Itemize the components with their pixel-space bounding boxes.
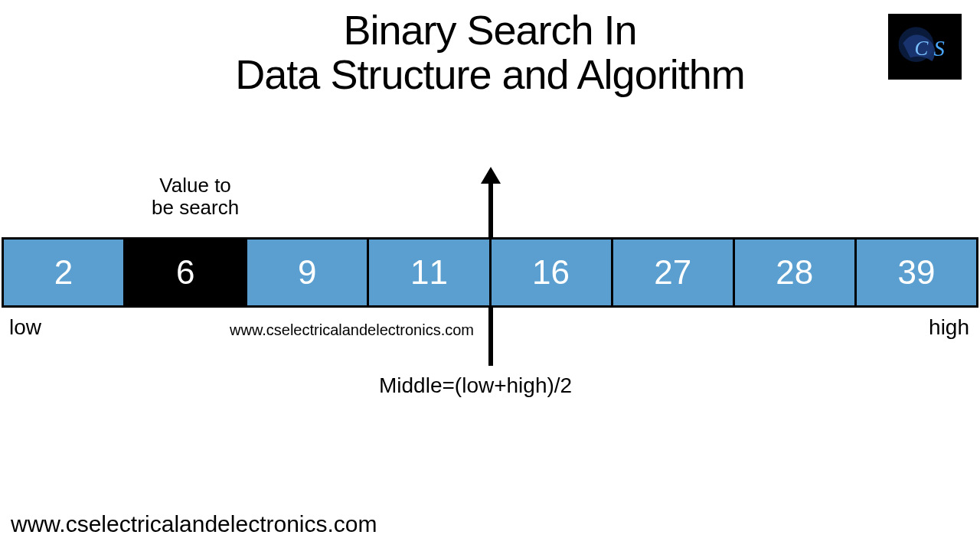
svg-text:C: C bbox=[915, 37, 929, 60]
svg-text:S: S bbox=[933, 36, 944, 60]
array-cell-2: 9 bbox=[247, 240, 369, 305]
target-label-line2: be search bbox=[152, 197, 239, 219]
target-label-line1: Value to bbox=[152, 174, 239, 197]
array-row: 2691116272839 bbox=[2, 237, 978, 308]
title-line-2: Data Structure and Algorithm bbox=[0, 51, 980, 98]
page-title: Binary Search In Data Structure and Algo… bbox=[0, 0, 980, 98]
brand-logo: S C bbox=[888, 14, 962, 80]
low-pointer-label: low bbox=[9, 315, 41, 340]
middle-formula-label: Middle=(low+high)/2 bbox=[379, 373, 572, 398]
array-cell-0: 2 bbox=[4, 240, 126, 305]
array-cell-6: 28 bbox=[735, 240, 857, 305]
title-line-1: Binary Search In bbox=[0, 6, 980, 54]
watermark-text: www.cselectricalandelectronics.com bbox=[230, 321, 474, 339]
high-pointer-label: high bbox=[929, 315, 969, 340]
footer-website-url: www.cselectricalandelectronics.com bbox=[11, 511, 377, 537]
array-cell-5: 27 bbox=[613, 240, 735, 305]
target-value-label: Value to be search bbox=[152, 174, 239, 218]
array-cell-4: 16 bbox=[492, 240, 613, 305]
array-cell-3: 11 bbox=[369, 240, 491, 305]
array-cell-1: 6 bbox=[126, 240, 247, 305]
array-cell-7: 39 bbox=[857, 240, 976, 305]
